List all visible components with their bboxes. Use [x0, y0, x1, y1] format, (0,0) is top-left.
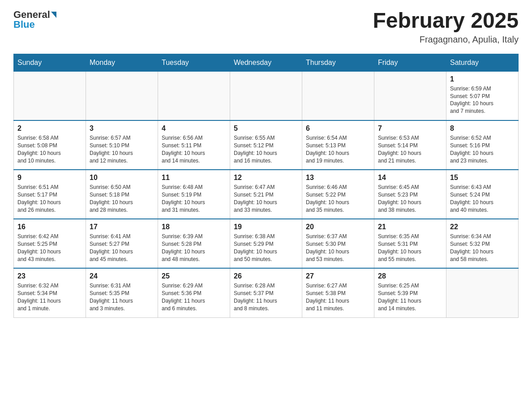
day-info: Sunrise: 6:48 AM Sunset: 5:19 PM Dayligh…	[162, 184, 226, 214]
day-number: 15	[450, 174, 515, 182]
day-number: 4	[162, 124, 226, 133]
day-number: 1	[450, 75, 515, 83]
calendar-cell: 1Sunrise: 6:59 AM Sunset: 5:07 PM Daylig…	[446, 71, 519, 120]
day-number: 16	[17, 223, 82, 231]
day-info: Sunrise: 6:34 AM Sunset: 5:32 PM Dayligh…	[450, 233, 515, 263]
calendar-cell	[230, 71, 302, 120]
calendar-cell	[86, 71, 158, 120]
calendar-cell	[14, 71, 86, 120]
day-info: Sunrise: 6:56 AM Sunset: 5:11 PM Dayligh…	[162, 134, 226, 164]
day-info: Sunrise: 6:52 AM Sunset: 5:16 PM Dayligh…	[450, 134, 515, 164]
day-info: Sunrise: 6:55 AM Sunset: 5:12 PM Dayligh…	[234, 134, 298, 164]
calendar-cell: 2Sunrise: 6:58 AM Sunset: 5:08 PM Daylig…	[14, 120, 86, 170]
calendar-cell: 16Sunrise: 6:42 AM Sunset: 5:25 PM Dayli…	[14, 219, 86, 268]
page-header: General Blue February 2025 Fragagnano, A…	[13, 9, 519, 45]
day-info: Sunrise: 6:51 AM Sunset: 5:17 PM Dayligh…	[17, 184, 82, 214]
calendar-cell: 14Sunrise: 6:45 AM Sunset: 5:23 PM Dayli…	[374, 170, 446, 219]
calendar-cell: 17Sunrise: 6:41 AM Sunset: 5:27 PM Dayli…	[86, 219, 158, 268]
day-number: 21	[378, 223, 442, 231]
calendar-cell: 21Sunrise: 6:35 AM Sunset: 5:31 PM Dayli…	[374, 219, 446, 268]
calendar-cell	[302, 71, 374, 120]
calendar-cell: 18Sunrise: 6:39 AM Sunset: 5:28 PM Dayli…	[158, 219, 230, 268]
day-info: Sunrise: 6:41 AM Sunset: 5:27 PM Dayligh…	[90, 233, 154, 263]
calendar-cell: 19Sunrise: 6:38 AM Sunset: 5:29 PM Dayli…	[230, 219, 302, 268]
day-info: Sunrise: 6:39 AM Sunset: 5:28 PM Dayligh…	[162, 233, 226, 263]
calendar-cell: 24Sunrise: 6:31 AM Sunset: 5:35 PM Dayli…	[86, 268, 158, 317]
day-number: 20	[306, 223, 370, 231]
calendar-week-5: 23Sunrise: 6:32 AM Sunset: 5:34 PM Dayli…	[14, 268, 519, 317]
day-info: Sunrise: 6:25 AM Sunset: 5:39 PM Dayligh…	[378, 282, 442, 312]
weekday-header-thursday: Thursday	[302, 54, 374, 71]
calendar-cell: 5Sunrise: 6:55 AM Sunset: 5:12 PM Daylig…	[230, 120, 302, 170]
calendar-cell: 22Sunrise: 6:34 AM Sunset: 5:32 PM Dayli…	[446, 219, 519, 268]
day-info: Sunrise: 6:32 AM Sunset: 5:34 PM Dayligh…	[17, 282, 82, 312]
calendar-cell: 15Sunrise: 6:43 AM Sunset: 5:24 PM Dayli…	[446, 170, 519, 219]
day-number: 17	[90, 223, 154, 231]
day-info: Sunrise: 6:47 AM Sunset: 5:21 PM Dayligh…	[234, 184, 298, 214]
day-info: Sunrise: 6:35 AM Sunset: 5:31 PM Dayligh…	[378, 233, 442, 263]
logo: General Blue	[13, 9, 56, 30]
calendar-cell: 4Sunrise: 6:56 AM Sunset: 5:11 PM Daylig…	[158, 120, 230, 170]
calendar-cell	[446, 268, 519, 317]
calendar-cell: 28Sunrise: 6:25 AM Sunset: 5:39 PM Dayli…	[374, 268, 446, 317]
logo-blue-text: Blue	[13, 19, 35, 30]
calendar-cell: 6Sunrise: 6:54 AM Sunset: 5:13 PM Daylig…	[302, 120, 374, 170]
day-info: Sunrise: 6:28 AM Sunset: 5:37 PM Dayligh…	[234, 282, 298, 312]
day-info: Sunrise: 6:45 AM Sunset: 5:23 PM Dayligh…	[378, 184, 442, 214]
weekday-header-tuesday: Tuesday	[158, 54, 230, 71]
day-number: 25	[162, 272, 226, 280]
day-info: Sunrise: 6:31 AM Sunset: 5:35 PM Dayligh…	[90, 282, 154, 312]
day-info: Sunrise: 6:59 AM Sunset: 5:07 PM Dayligh…	[450, 85, 515, 115]
weekday-header-row: SundayMondayTuesdayWednesdayThursdayFrid…	[14, 54, 519, 71]
calendar-week-2: 2Sunrise: 6:58 AM Sunset: 5:08 PM Daylig…	[14, 120, 519, 170]
weekday-header-monday: Monday	[86, 54, 158, 71]
day-number: 23	[17, 272, 82, 280]
logo-arrow-icon	[51, 12, 56, 18]
calendar-cell: 26Sunrise: 6:28 AM Sunset: 5:37 PM Dayli…	[230, 268, 302, 317]
weekday-header-saturday: Saturday	[446, 54, 519, 71]
day-number: 2	[17, 124, 82, 133]
month-title: February 2025	[373, 9, 519, 33]
calendar-cell: 10Sunrise: 6:50 AM Sunset: 5:18 PM Dayli…	[86, 170, 158, 219]
calendar-cell	[158, 71, 230, 120]
day-number: 27	[306, 272, 370, 280]
day-info: Sunrise: 6:46 AM Sunset: 5:22 PM Dayligh…	[306, 184, 370, 214]
day-number: 18	[162, 223, 226, 231]
day-info: Sunrise: 6:58 AM Sunset: 5:08 PM Dayligh…	[17, 134, 82, 164]
calendar-cell: 12Sunrise: 6:47 AM Sunset: 5:21 PM Dayli…	[230, 170, 302, 219]
weekday-header-sunday: Sunday	[14, 54, 86, 71]
calendar-week-3: 9Sunrise: 6:51 AM Sunset: 5:17 PM Daylig…	[14, 170, 519, 219]
day-number: 6	[306, 124, 370, 133]
day-number: 5	[234, 124, 298, 133]
calendar-cell	[374, 71, 446, 120]
calendar-cell: 23Sunrise: 6:32 AM Sunset: 5:34 PM Dayli…	[14, 268, 86, 317]
calendar-cell: 11Sunrise: 6:48 AM Sunset: 5:19 PM Dayli…	[158, 170, 230, 219]
day-number: 19	[234, 223, 298, 231]
calendar-cell: 8Sunrise: 6:52 AM Sunset: 5:16 PM Daylig…	[446, 120, 519, 170]
day-number: 26	[234, 272, 298, 280]
day-info: Sunrise: 6:42 AM Sunset: 5:25 PM Dayligh…	[17, 233, 82, 263]
title-block: February 2025 Fragagnano, Apulia, Italy	[373, 9, 519, 45]
day-info: Sunrise: 6:57 AM Sunset: 5:10 PM Dayligh…	[90, 134, 154, 164]
day-info: Sunrise: 6:50 AM Sunset: 5:18 PM Dayligh…	[90, 184, 154, 214]
day-info: Sunrise: 6:43 AM Sunset: 5:24 PM Dayligh…	[450, 184, 515, 214]
calendar-cell: 27Sunrise: 6:27 AM Sunset: 5:38 PM Dayli…	[302, 268, 374, 317]
calendar-week-1: 1Sunrise: 6:59 AM Sunset: 5:07 PM Daylig…	[14, 71, 519, 120]
day-number: 8	[450, 124, 515, 133]
day-number: 9	[17, 174, 82, 182]
day-number: 12	[234, 174, 298, 182]
calendar-cell: 9Sunrise: 6:51 AM Sunset: 5:17 PM Daylig…	[14, 170, 86, 219]
day-number: 13	[306, 174, 370, 182]
day-info: Sunrise: 6:53 AM Sunset: 5:14 PM Dayligh…	[378, 134, 442, 164]
calendar-cell: 3Sunrise: 6:57 AM Sunset: 5:10 PM Daylig…	[86, 120, 158, 170]
day-number: 22	[450, 223, 515, 231]
calendar-cell: 13Sunrise: 6:46 AM Sunset: 5:22 PM Dayli…	[302, 170, 374, 219]
calendar-week-4: 16Sunrise: 6:42 AM Sunset: 5:25 PM Dayli…	[14, 219, 519, 268]
calendar-cell: 25Sunrise: 6:29 AM Sunset: 5:36 PM Dayli…	[158, 268, 230, 317]
location-text: Fragagnano, Apulia, Italy	[373, 34, 519, 45]
day-number: 28	[378, 272, 442, 280]
day-number: 3	[90, 124, 154, 133]
day-number: 14	[378, 174, 442, 182]
day-info: Sunrise: 6:27 AM Sunset: 5:38 PM Dayligh…	[306, 282, 370, 312]
day-number: 10	[90, 174, 154, 182]
